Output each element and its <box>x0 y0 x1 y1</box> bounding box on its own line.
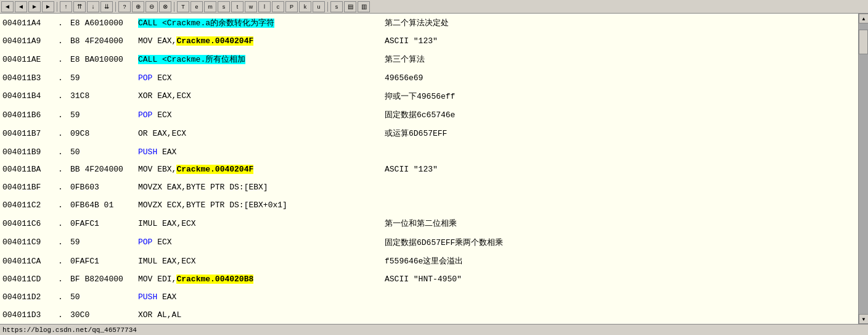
toolbar-btn-20[interactable]: c <box>272 1 284 12</box>
instr-part: MOV EBX, <box>138 165 176 174</box>
toolbar-btn-2[interactable]: ◄ <box>15 1 27 12</box>
toolbar-btn-1[interactable]: ◄ <box>1 1 14 12</box>
cell-comment: ASCII "123" <box>382 161 858 179</box>
scroll-up-btn[interactable]: ▲ <box>859 14 868 23</box>
instr-part: MOV EAX, <box>138 36 176 46</box>
cell-bytes: 0FAFC1 <box>68 214 136 233</box>
toolbar-btn-24[interactable]: s <box>330 1 343 12</box>
toolbar-btn-22[interactable]: k <box>299 1 311 12</box>
cell-addr: 004011D2 <box>0 288 55 306</box>
cell-addr: 004011B3 <box>0 69 55 87</box>
toolbar-sep-3 <box>174 2 174 12</box>
table-row[interactable]: 004011C2.0FB64B 01MOVZX ECX,BYTE PTR DS:… <box>0 196 858 214</box>
cell-instr: IMUL EAX,ECX <box>136 252 382 270</box>
toolbar-btn-7[interactable]: ↓ <box>87 1 99 12</box>
toolbar-btn-21[interactable]: P <box>285 1 298 12</box>
cell-addr: 004011CD <box>0 270 55 288</box>
scrollbar-thumb[interactable] <box>859 30 868 54</box>
table-row[interactable]: 004011BA.BB 4F204000MOV EBX,Crackme.0040… <box>0 161 858 179</box>
table-row[interactable]: 004011B4.31C8XOR EAX,ECX抑或一下49656eff <box>0 87 858 105</box>
cell-addr: 004011A4 <box>0 14 55 32</box>
cell-bytes: 59 <box>68 233 136 252</box>
cell-dot: . <box>55 178 68 196</box>
instr-part: OR EAX,ECX <box>138 129 186 138</box>
cell-comment: 第一位和第二位相乘 <box>382 214 858 233</box>
cell-instr: XOR AL,AL <box>136 306 382 324</box>
cell-dot: . <box>55 32 68 50</box>
toolbar-btn-4[interactable]: ► <box>42 1 54 12</box>
instr-part: L <box>152 55 162 64</box>
table-row[interactable]: 004011D3.30C0XOR AL,AL <box>0 306 858 324</box>
cell-dot: . <box>55 105 68 124</box>
instr-part: MOV EDI, <box>138 275 176 284</box>
toolbar-btn-9[interactable]: ? <box>118 1 131 12</box>
table-row[interactable]: 004011BF.0FB603MOVZX EAX,BYTE PTR DS:[EB… <box>0 178 858 196</box>
toolbar-sep-2 <box>115 2 116 12</box>
instr-part: ECX <box>152 73 171 83</box>
scroll-down-btn[interactable]: ▼ <box>859 314 868 324</box>
table-row[interactable]: 004011C9.59POP ECX固定数据6D657EFF乘两个数相乘 <box>0 233 858 252</box>
toolbar-btn-8[interactable]: ⇊ <box>100 1 113 12</box>
disasm-window: ◄ ◄ ► ► ↑ ⇈ ↓ ⇊ ? ⊕ ⊖ ⊗ T e m s t w l c … <box>0 0 868 335</box>
toolbar-btn-5[interactable]: ↑ <box>60 1 72 12</box>
cell-bytes: BB 4F204000 <box>68 161 136 179</box>
cell-instr: MOV EDI,Crackme.004020B8 <box>136 270 382 288</box>
toolbar-btn-23[interactable]: u <box>313 1 325 12</box>
table-row[interactable]: 004011B7.09C8OR EAX,ECX或运算6D657EFF <box>0 124 858 143</box>
toolbar-btn-10[interactable]: ⊕ <box>132 1 144 12</box>
cell-bytes: E8 A6010000 <box>68 14 136 32</box>
cell-dot: . <box>55 233 68 252</box>
cell-comment: 抑或一下49656eff <box>382 87 858 105</box>
cell-comment: 或运算6D657EFF <box>382 124 858 143</box>
table-row[interactable]: 004011CD.BF B8204000MOV EDI,Crackme.0040… <box>0 270 858 288</box>
scrollbar[interactable]: ▲ ▼ <box>858 14 868 324</box>
cell-instr: CALL <Crackme.a的余数转化为字符 <box>136 14 382 32</box>
table-row[interactable]: 004011A9.B8 4F204000MOV EAX,Crackme.0040… <box>0 32 858 50</box>
toolbar-btn-17[interactable]: t <box>231 1 244 12</box>
table-row[interactable]: 004011B6.59POP ECX固定数据6c65746e <box>0 105 858 124</box>
toolbar-btn-26[interactable]: ▥ <box>358 1 370 12</box>
toolbar-btn-11[interactable]: ⊖ <box>145 1 158 12</box>
cell-bytes: B8 4F204000 <box>68 32 136 50</box>
toolbar-btn-12[interactable]: ⊗ <box>159 1 171 12</box>
toolbar-btn-15[interactable]: m <box>204 1 216 12</box>
table-row[interactable]: 004011A4.E8 A6010000CALL <Crackme.a的余数转化… <box>0 14 858 32</box>
cell-instr: POP ECX <box>136 233 382 252</box>
toolbar-btn-25[interactable]: ▤ <box>344 1 356 12</box>
instr-part: <Crackme.a的余数转化为字符 <box>162 19 274 28</box>
toolbar: ◄ ◄ ► ► ↑ ⇈ ↓ ⇊ ? ⊕ ⊖ ⊗ T e m s t w l c … <box>0 0 868 14</box>
toolbar-btn-18[interactable]: w <box>245 1 257 12</box>
toolbar-btn-13[interactable]: T <box>177 1 189 12</box>
cell-dot: . <box>55 270 68 288</box>
toolbar-btn-19[interactable]: l <box>258 1 271 12</box>
toolbar-btn-14[interactable]: e <box>190 1 203 12</box>
cell-bytes: 0FB603 <box>68 178 136 196</box>
cell-instr: MOV EBX,Crackme.0040204F <box>136 161 382 179</box>
toolbar-btn-16[interactable]: s <box>218 1 230 12</box>
cell-addr: 004011C6 <box>0 214 55 233</box>
table-row[interactable]: 004011B3.59POP ECX49656e69 <box>0 69 858 87</box>
cell-dot: . <box>55 214 68 233</box>
table-row[interactable]: 004011D2.50PUSH EAX <box>0 288 858 306</box>
scrollbar-track[interactable] <box>859 23 868 314</box>
cell-instr: POP ECX <box>136 69 382 87</box>
instr-part: POP <box>138 73 152 83</box>
table-row[interactable]: 004011C6.0FAFC1IMUL EAX,ECX第一位和第二位相乘 <box>0 214 858 233</box>
cell-comment <box>382 143 858 161</box>
cell-addr: 004011C2 <box>0 196 55 214</box>
cell-comment: 固定数据6c65746e <box>382 105 858 124</box>
table-row[interactable]: 004011AE.E8 BA010000CALL <Crackme.所有位相加第… <box>0 50 858 68</box>
toolbar-btn-3[interactable]: ► <box>28 1 41 12</box>
table-row[interactable]: 004011CA.0FAFC1IMUL EAX,ECXf559646e这里会溢出 <box>0 252 858 270</box>
cell-instr: PUSH EAX <box>136 143 382 161</box>
instr-part: MOVZX ECX,BYTE PTR DS:[EBX+0x1] <box>138 201 287 210</box>
toolbar-btn-6[interactable]: ⇈ <box>73 1 86 12</box>
cell-comment <box>382 178 858 196</box>
cell-dot: . <box>55 124 68 143</box>
cell-dot: . <box>55 196 68 214</box>
cell-bytes: 50 <box>68 288 136 306</box>
cell-bytes: E8 BA010000 <box>68 50 136 68</box>
table-row[interactable]: 004011B9.50PUSH EAX <box>0 143 858 161</box>
cell-comment: 第三个算法 <box>382 50 858 68</box>
instr-part: XOR AL,AL <box>138 310 181 320</box>
